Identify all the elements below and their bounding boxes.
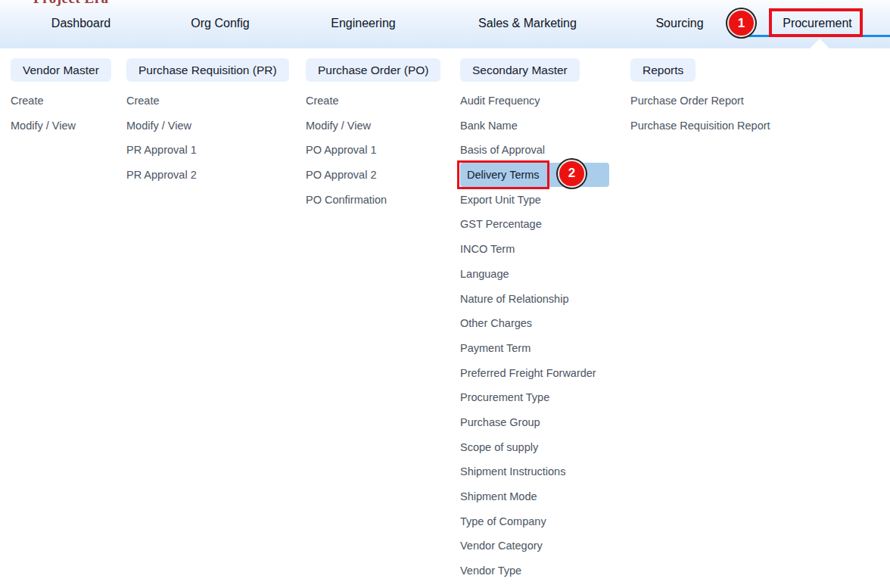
annotation-box-procurement	[769, 8, 863, 37]
top-navbar: Project Era DashboardOrg ConfigEngineeri…	[0, 0, 890, 48]
menu-item-gst-percentage[interactable]: GST Percentage	[460, 212, 609, 237]
annotation-badge-2: 2	[558, 160, 586, 188]
nav-tab-org-config[interactable]: Org Config	[191, 0, 249, 48]
menu-item-scope-of-supply[interactable]: Scope of supply	[460, 435, 609, 460]
menu-item-create[interactable]: Create	[126, 89, 300, 114]
menu-column-items: Audit FrequencyBank NameBasis of Approva…	[460, 89, 609, 583]
menu-column-header-vendor-master: Vendor Master	[11, 58, 111, 82]
menu-column-reports: ReportsPurchase Order ReportPurchase Req…	[630, 58, 789, 138]
menu-item-purchase-order-report[interactable]: Purchase Order Report	[630, 89, 789, 114]
dropdown-caret-icon	[809, 39, 830, 49]
menu-column-items: Purchase Order ReportPurchase Requisitio…	[630, 89, 789, 138]
menu-item-create[interactable]: Create	[306, 89, 454, 114]
menu-item-export-unit-type[interactable]: Export Unit Type	[460, 188, 609, 213]
menu-item-po-approval-2[interactable]: PO Approval 2	[306, 163, 454, 188]
menu-item-type-of-company[interactable]: Type of Company	[460, 509, 609, 534]
menu-item-pr-approval-1[interactable]: PR Approval 1	[126, 138, 300, 163]
menu-item-modify-view[interactable]: Modify / View	[126, 114, 300, 138]
menu-item-delivery-terms[interactable]: Delivery Terms2	[460, 163, 609, 188]
menu-item-preferred-freight-forwarder[interactable]: Preferred Freight Forwarder	[460, 361, 609, 386]
menu-column-vendor-master: Vendor MasterCreateModify / View	[11, 58, 124, 138]
nav-tab-sourcing[interactable]: Sourcing	[655, 0, 703, 48]
menu-column-header-purchase-order-po: Purchase Order (PO)	[306, 58, 440, 82]
menu-item-payment-term[interactable]: Payment Term	[460, 336, 609, 361]
menu-item-bank-name[interactable]: Bank Name	[460, 114, 609, 138]
menu-item-other-charges[interactable]: Other Charges	[460, 311, 609, 336]
menu-item-po-confirmation[interactable]: PO Confirmation	[306, 188, 454, 213]
menu-column-purchase-order-po: Purchase Order (PO)CreateModify / ViewPO…	[306, 58, 454, 212]
menu-item-modify-view[interactable]: Modify / View	[11, 114, 124, 138]
menu-item-audit-frequency[interactable]: Audit Frequency	[460, 89, 609, 114]
menu-column-items: CreateModify / ViewPR Approval 1PR Appro…	[126, 89, 300, 188]
menu-item-shipment-instructions[interactable]: Shipment Instructions	[460, 459, 609, 484]
menu-item-basis-of-approval[interactable]: Basis of Approval	[460, 138, 609, 163]
nav-tab-sales-marketing[interactable]: Sales & Marketing	[478, 0, 577, 48]
menu-column-purchase-requisition-pr: Purchase Requisition (PR)CreateModify / …	[126, 58, 300, 188]
menu-column-header-secondary-master: Secondary Master	[460, 58, 580, 82]
menu-column-items: CreateModify / View	[11, 89, 124, 138]
menu-item-procurement-type[interactable]: Procurement Type	[460, 385, 609, 410]
menu-column-items: CreateModify / ViewPO Approval 1PO Appro…	[306, 89, 454, 212]
menu-item-purchase-group[interactable]: Purchase Group	[460, 410, 609, 435]
menu-item-label: Delivery Terms	[467, 169, 540, 181]
menu-item-inco-term[interactable]: INCO Term	[460, 237, 609, 262]
nav-tab-dashboard[interactable]: Dashboard	[51, 0, 110, 48]
menu-item-language[interactable]: Language	[460, 262, 609, 287]
procurement-mega-menu: Vendor MasterCreateModify / ViewPurchase…	[0, 48, 890, 588]
menu-item-create[interactable]: Create	[11, 89, 124, 114]
menu-item-shipment-mode[interactable]: Shipment Mode	[460, 484, 609, 509]
annotation-box-delivery-terms: Delivery Terms	[457, 160, 549, 189]
menu-item-modify-view[interactable]: Modify / View	[306, 114, 454, 138]
menu-column-header-purchase-requisition-pr: Purchase Requisition (PR)	[126, 58, 289, 82]
menu-item-nature-of-relationship[interactable]: Nature of Relationship	[460, 287, 609, 312]
menu-item-pr-approval-2[interactable]: PR Approval 2	[126, 163, 300, 188]
nav-tab-engineering[interactable]: Engineering	[331, 0, 395, 48]
menu-item-vendor-type[interactable]: Vendor Type	[460, 558, 609, 583]
menu-column-header-reports: Reports	[630, 58, 696, 82]
menu-item-purchase-requisition-report[interactable]: Purchase Requisition Report	[630, 114, 789, 138]
annotation-badge-1: 1	[727, 9, 755, 37]
menu-item-vendor-category[interactable]: Vendor Category	[460, 534, 609, 558]
menu-column-secondary-master: Secondary MasterAudit FrequencyBank Name…	[460, 58, 609, 583]
top-navbar-items: DashboardOrg ConfigEngineeringSales & Ma…	[0, 0, 890, 48]
menu-item-po-approval-1[interactable]: PO Approval 1	[306, 138, 454, 163]
